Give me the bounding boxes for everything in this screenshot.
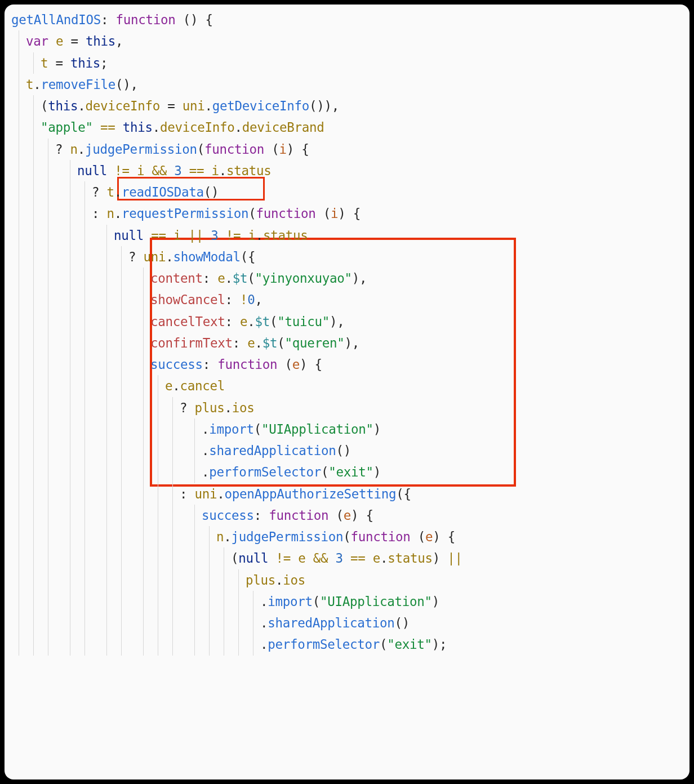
object-ref: plus [195, 400, 225, 415]
code-editor: getAllAndIOS: function () { var e = this… [5, 5, 689, 779]
code-line: : n.requestPermission(function (i) { [11, 203, 683, 224]
method-call: requestPermission [122, 206, 248, 221]
code-line: success: function (e) { [11, 505, 683, 526]
code-line: n.judgePermission(function (e) { [11, 526, 683, 547]
var-name: e [373, 551, 380, 565]
object-ref: uni [195, 487, 217, 501]
method-call: sharedApplication [268, 616, 394, 630]
code-line: content: e.$t("yinyonxuyao"), [11, 268, 683, 289]
code-line: var e = this, [11, 30, 683, 52]
keyword-function: function [269, 508, 328, 523]
code-line: .import("UIApplication") [11, 418, 683, 440]
var-name: i [212, 163, 219, 178]
var-name: t [41, 56, 48, 70]
code-line: ? uni.showModal({ [11, 246, 683, 268]
code-line: null == i || 3 != i.status [11, 225, 683, 246]
property: ios [232, 400, 255, 415]
keyword-null: null [114, 228, 144, 243]
param: e [344, 508, 351, 523]
var-name: e [217, 271, 225, 286]
method-call: import [268, 594, 312, 609]
method-call: $t [233, 271, 248, 286]
param: i [279, 142, 286, 157]
param: e [425, 529, 433, 544]
var-name: e [56, 34, 63, 48]
number: 3 [336, 551, 343, 565]
code-line: success: function (e) { [11, 354, 683, 375]
keyword-null: null [77, 163, 107, 178]
method-call: import [209, 422, 253, 436]
number: 3 [211, 228, 218, 243]
keyword-function: function [256, 206, 315, 221]
object-ref: n [70, 142, 78, 157]
property-label: cancelText [150, 314, 225, 329]
var-name: t [26, 77, 33, 92]
method-call: judgePermission [232, 529, 344, 544]
property-label: success [202, 508, 254, 523]
string-literal: "yinyonxuyao" [255, 271, 352, 286]
keyword-this: this [86, 34, 115, 48]
string-literal: "tuicu" [277, 314, 330, 329]
keyword-this: this [123, 120, 153, 135]
property: status [226, 163, 271, 178]
method-call: performSelector [268, 637, 380, 652]
string-literal: "apple" [41, 120, 93, 135]
code-line: showCancel: !0, [11, 289, 683, 310]
number: 0 [247, 292, 255, 307]
property-label: showCancel [150, 292, 225, 307]
var-name: i [174, 228, 181, 243]
code-line: ? plus.ios [11, 397, 683, 418]
var-name: e [240, 314, 247, 329]
method-call: removeFile [41, 77, 115, 92]
method-call: judgePermission [85, 142, 197, 157]
property-label: content [150, 271, 203, 286]
string-literal: "exit" [387, 637, 431, 652]
code-line: .sharedApplication() [11, 612, 683, 634]
method-call: $t [255, 314, 270, 329]
method-name: getAllAndIOS [11, 12, 101, 27]
code-line: getAllAndIOS: function () { [11, 9, 683, 30]
keyword-function: function [204, 142, 264, 157]
property-label: success [150, 357, 203, 372]
param: e [292, 357, 300, 372]
code-line: t = this; [11, 52, 683, 74]
method-call: $t [263, 336, 278, 350]
object-ref: plus [246, 573, 275, 587]
code-line: "apple" == this.deviceInfo.deviceBrand [11, 117, 683, 138]
property: deviceInfo [160, 120, 234, 135]
property: status [263, 228, 308, 243]
method-call: performSelector [209, 465, 321, 479]
code-line: ? n.judgePermission(function (i) { [11, 139, 683, 160]
keyword-function: function [217, 357, 277, 372]
code-line: (null != e && 3 == e.status) || [11, 547, 683, 569]
string-literal: "UIApplication" [320, 594, 432, 609]
param: i [331, 206, 338, 221]
var-name: t [107, 185, 114, 199]
code-line: e.cancel [11, 375, 683, 397]
property: status [388, 551, 432, 565]
property: deviceInfo [86, 99, 160, 113]
var-name: i [137, 163, 144, 178]
keyword-var: var [26, 34, 48, 48]
code-line: : uni.openAppAuthorizeSetting({ [11, 483, 683, 505]
keyword-null: null [238, 551, 268, 565]
code-line: .performSelector("exit"); [11, 634, 683, 655]
method-call: sharedApplication [209, 443, 336, 458]
property: deviceBrand [242, 120, 324, 135]
method-call: readIOSData [122, 185, 204, 199]
property: cancel [180, 378, 225, 393]
code-line: .sharedApplication() [11, 440, 683, 461]
method-call: getDeviceInfo [212, 99, 309, 113]
var-name: e [165, 378, 172, 393]
property-label: confirmText [150, 336, 233, 350]
object-ref: n [216, 529, 224, 544]
keyword-this: this [48, 99, 78, 113]
code-line: .performSelector("exit") [11, 461, 683, 483]
keyword-function: function [115, 12, 175, 27]
number: 3 [174, 163, 181, 178]
code-line: t.removeFile(), [11, 74, 683, 95]
code-line: plus.ios [11, 569, 683, 591]
code-line: cancelText: e.$t("tuicu"), [11, 311, 683, 332]
keyword-function: function [350, 529, 410, 544]
string-literal: "exit" [328, 465, 373, 479]
